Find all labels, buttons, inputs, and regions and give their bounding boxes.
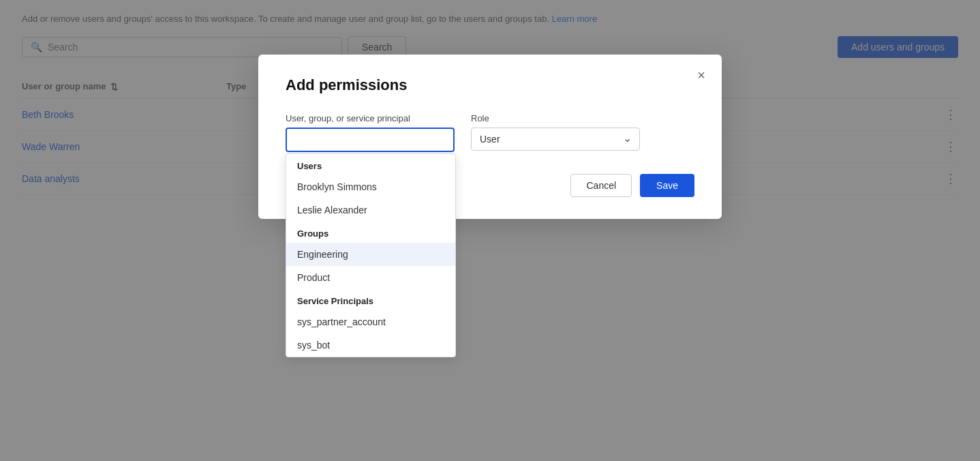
dropdown-item[interactable]: sys_bot — [286, 333, 455, 357]
role-field-group: Role User Admin Viewer — [471, 113, 640, 151]
modal-close-button[interactable]: × — [697, 68, 705, 82]
add-permissions-modal: Add permissions × User, group, or servic… — [258, 55, 722, 219]
dropdown-section-service-principals: Service Principals — [286, 289, 455, 310]
principal-input[interactable] — [286, 128, 455, 152]
modal-overlay: Add permissions × User, group, or servic… — [0, 0, 980, 461]
principal-field-group: User, group, or service principal Users … — [286, 113, 455, 152]
dropdown-item[interactable]: Product — [286, 266, 455, 289]
dropdown-section-groups: Groups — [286, 222, 455, 243]
modal-form-row: User, group, or service principal Users … — [286, 113, 694, 152]
save-button[interactable]: Save — [640, 174, 694, 197]
dropdown-item-engineering[interactable]: Engineering — [286, 243, 455, 266]
dropdown-item[interactable]: Leslie Alexander — [286, 198, 455, 222]
role-label: Role — [471, 113, 640, 123]
cancel-button[interactable]: Cancel — [570, 174, 632, 197]
dropdown-item[interactable]: Brooklyn Simmons — [286, 175, 455, 198]
dropdown-section-users: Users — [286, 154, 455, 175]
role-select-wrapper: User Admin Viewer — [471, 128, 640, 151]
principal-label: User, group, or service principal — [286, 113, 455, 123]
dropdown-item[interactable]: sys_partner_account — [286, 310, 455, 333]
principal-dropdown: Users Brooklyn Simmons Leslie Alexander … — [286, 153, 456, 357]
role-select[interactable]: User Admin Viewer — [471, 128, 640, 151]
modal-title: Add permissions — [286, 76, 694, 94]
